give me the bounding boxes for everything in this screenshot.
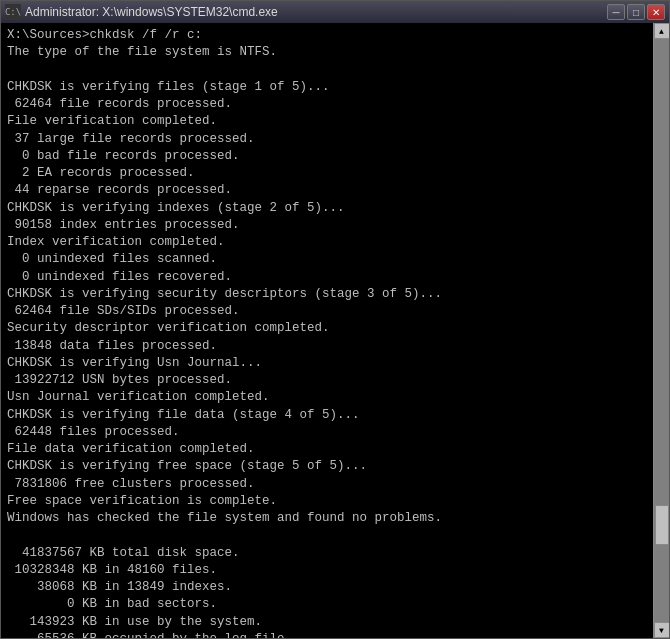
title-bar-title: Administrator: X:\windows\SYSTEM32\cmd.e… xyxy=(25,5,278,19)
title-bar: C:\ Administrator: X:\windows\SYSTEM32\c… xyxy=(1,1,669,23)
window-controls: ─ □ ✕ xyxy=(607,4,665,20)
scrollbar-thumb[interactable] xyxy=(655,505,669,545)
console-output: X:\Sources>chkdsk /f /r c: The type of t… xyxy=(7,27,663,638)
close-button[interactable]: ✕ xyxy=(647,4,665,20)
restore-button[interactable]: □ xyxy=(627,4,645,20)
cmd-icon: C:\ xyxy=(5,4,21,20)
minimize-button[interactable]: ─ xyxy=(607,4,625,20)
scroll-down-arrow[interactable]: ▼ xyxy=(654,622,670,638)
console-area: X:\Sources>chkdsk /f /r c: The type of t… xyxy=(1,23,669,638)
scroll-up-arrow[interactable]: ▲ xyxy=(654,23,670,39)
scrollbar-track[interactable] xyxy=(654,39,669,622)
cmd-window: C:\ Administrator: X:\windows\SYSTEM32\c… xyxy=(0,0,670,639)
title-bar-left: C:\ Administrator: X:\windows\SYSTEM32\c… xyxy=(5,4,278,20)
scrollbar[interactable]: ▲ ▼ xyxy=(653,23,669,638)
